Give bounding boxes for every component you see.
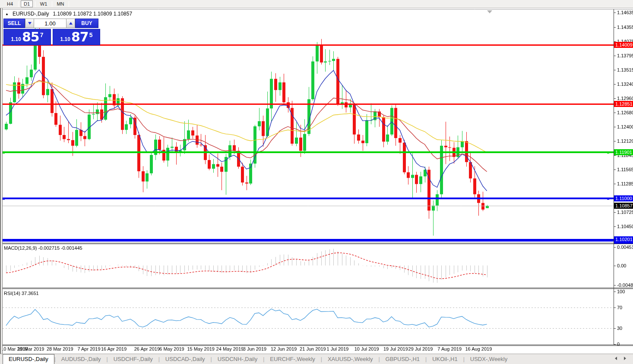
chart-ohlc-label: 1.10809 1.10872 1.10809 1.10857 [53, 11, 133, 17]
sell-button[interactable]: SELL [3, 19, 25, 28]
ask-big-digits: 87 [71, 31, 89, 44]
buy-button[interactable]: BUY [75, 19, 98, 28]
toolbar-separator [52, 1, 52, 7]
bid-pip-digit: 7 [40, 31, 44, 38]
time-axis-label: 7 Apr 2019 [77, 346, 100, 351]
timeframe-button-mn[interactable]: MN [54, 0, 66, 7]
price-tick: 1.14355 [617, 25, 633, 30]
toolbar-separator [69, 1, 69, 7]
tab-audusd-daily[interactable]: AUDUSD-,Daily [56, 355, 107, 364]
price-chart-canvas[interactable] [0, 8, 633, 364]
bid-prefix: 1.10 [11, 36, 21, 42]
price-tick: 1.12120 [617, 138, 633, 144]
volume-decrease-button[interactable] [25, 19, 34, 28]
time-axis-label: 24 May 2019 [216, 346, 244, 351]
price-tick: 1.13240 [617, 82, 633, 87]
macd-axis-tick: -0.004806 [617, 282, 633, 288]
volume-increase-button[interactable] [66, 19, 75, 28]
chart-symbol-label: EURUSD-,Daily [13, 11, 49, 17]
triangle-up-icon [69, 22, 73, 25]
time-axis-label: 19 Jul 2019 [383, 346, 408, 351]
price-line-label: 1.11000 [614, 195, 633, 201]
chart-title: ▲ EURUSD-,Daily 1.10809 1.10872 1.10809 … [5, 11, 132, 17]
time-axis-label: 21 Jun 2019 [300, 346, 326, 351]
time-axis-label: 26 Apr 2019 [134, 346, 160, 351]
rsi-indicator-label: RSI(14) 37.3651 [4, 291, 39, 296]
time-axis-label: 3 Jun 2019 [243, 346, 266, 351]
timeframe-toolbar: H4D1W1MN [0, 0, 633, 8]
price-tick: 1.12960 [617, 96, 633, 101]
tab-scroll-controls [615, 357, 626, 360]
tab-scroll-left-icon[interactable] [615, 357, 617, 360]
price-line-label: 1.14009 [614, 42, 633, 48]
rsi-axis-tick: 0 [617, 342, 620, 347]
timeframe-button-w1[interactable]: W1 [38, 0, 50, 7]
macd-indicator-label: MACD(12,26,9) -0.002715 -0.001445 [4, 245, 82, 251]
window-left-frame [0, 8, 3, 354]
timeframe-button-h4[interactable]: H4 [4, 0, 16, 7]
ask-price-button[interactable]: 1.10 87 5 [53, 29, 100, 45]
time-axis-label: 16 Aug 2019 [465, 346, 492, 351]
time-axis-label: 10 Jul 2019 [354, 346, 379, 351]
tab-usdcnh-daily[interactable]: USDCNH-,Daily [212, 355, 263, 364]
time-axis-label: 1 Jul 2019 [327, 346, 349, 351]
volume-input[interactable] [34, 19, 66, 28]
one-click-trade-panel: SELL BUY 1.10 85 7 1.10 87 5 [3, 19, 100, 45]
toolbar-separator [35, 1, 35, 7]
rsi-axis-tick: 70 [617, 305, 622, 310]
chart-shift-marker-icon[interactable] [487, 10, 492, 13]
time-axis-label: 29 Jul 2019 [408, 346, 433, 351]
tab-eurchf-weekly[interactable]: EURCHF-,Weekly [264, 355, 321, 364]
price-tick: 1.10725 [617, 210, 633, 215]
bid-big-digits: 85 [22, 31, 39, 44]
price-tick: 1.14635 [617, 10, 633, 15]
tab-scroll-right-icon[interactable] [624, 357, 626, 360]
toolbar-separator [18, 1, 19, 7]
tab-usdcad-daily[interactable]: USDCAD-,Daily [160, 355, 211, 364]
timeframe-button-d1[interactable]: D1 [21, 0, 33, 7]
rsi-axis-tick: 100 [617, 289, 625, 294]
price-tick: 1.10450 [617, 224, 633, 229]
tab-ukoil-h1[interactable]: UKOil-,H1 [427, 355, 463, 364]
price-tick: 1.12400 [617, 124, 633, 129]
price-tick: 1.11565 [617, 167, 633, 172]
triangle-down-icon [28, 22, 32, 25]
price-line-label: 1.12851 [614, 101, 633, 107]
price-tick: 1.13515 [617, 67, 633, 72]
time-axis-label: 6 May 2019 [159, 346, 184, 351]
bid-price-button[interactable]: 1.10 85 7 [3, 29, 51, 45]
price-tick: 1.13795 [617, 53, 633, 58]
tab-xauusd-weekly[interactable]: XAUUSD-,Weekly [322, 355, 379, 364]
price-line-label: 1.10201 [614, 236, 633, 242]
tab-gbpusd-h1[interactable]: GBPUSD-,H1 [380, 355, 425, 364]
price-line-label: 1.11901 [614, 149, 633, 155]
macd-axis-tick: 0.004517 [617, 245, 633, 250]
price-tick: 1.11285 [617, 181, 633, 186]
symbol-tab-bar: EURUSD-,Daily|AUDUSD-,Daily|USDCHF-,Dail… [0, 354, 633, 364]
time-axis-label: 19 Mar 2019 [18, 346, 44, 351]
collapse-arrow-icon[interactable]: ▲ [5, 12, 9, 16]
time-axis-label: 7 Aug 2019 [437, 346, 462, 351]
tab-eurusd-daily[interactable]: EURUSD-,Daily [3, 354, 54, 364]
price-line-label: 1.10857 [614, 203, 633, 209]
time-axis-label: 15 May 2019 [187, 346, 215, 351]
rsi-axis-tick: 30 [617, 326, 622, 331]
tab-usdx-weekly[interactable]: USDX-,Weekly [465, 355, 513, 364]
ask-prefix: 1.10 [60, 36, 70, 42]
tab-usdchf-daily[interactable]: USDCHF-,Daily [108, 355, 158, 364]
time-axis-label: 16 Apr 2019 [101, 346, 127, 351]
macd-axis-tick: 0.00 [617, 263, 626, 268]
price-tick: 1.12680 [617, 110, 633, 115]
ask-pip-digit: 5 [89, 31, 93, 38]
time-axis-label: 28 Mar 2019 [47, 346, 73, 351]
time-axis-label: 12 Jun 2019 [271, 346, 297, 351]
